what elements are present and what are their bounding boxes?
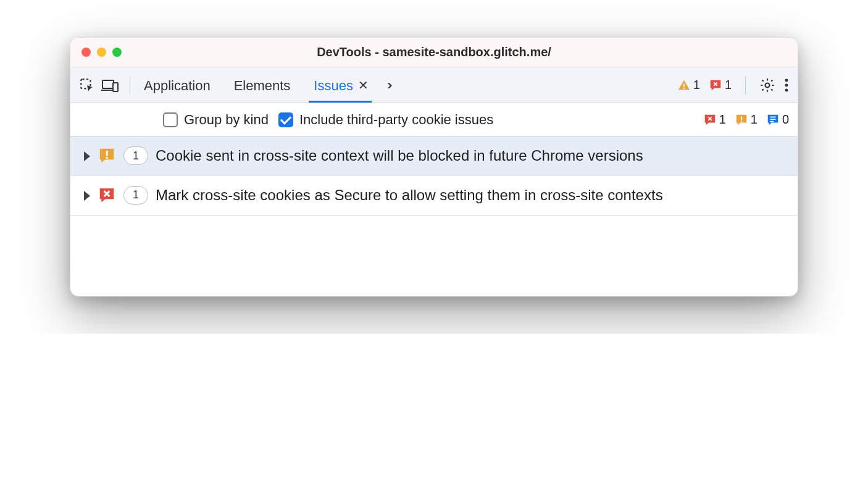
separator [745,76,746,95]
header-warning-value: 1 [693,78,700,92]
tab-elements[interactable]: Elements [232,69,293,101]
panel-tabs: Application Elements Issues ✕ ›› [141,69,671,101]
tab-application[interactable]: Application [141,69,213,101]
maximize-window-button[interactable] [112,48,122,57]
devtools-window: DevTools - samesite-sandbox.glitch.me/ A… [70,37,798,297]
svg-point-9 [785,88,788,91]
svg-rect-5 [683,88,685,89]
issue-title: Cookie sent in cross-site context will b… [156,145,643,167]
empty-space [70,216,798,296]
svg-rect-4 [683,83,685,87]
svg-rect-11 [741,120,742,122]
warning-speech-icon [98,146,116,165]
svg-rect-15 [106,151,108,156]
checkbox-checked-icon [278,112,293,127]
issues-filter-bar: Group by kind Include third-party cookie… [70,103,798,137]
errors-count-value: 1 [719,112,726,127]
header-warning-count[interactable]: 1 [677,78,700,92]
header-error-value: 1 [725,78,732,92]
issue-row[interactable]: 1 Mark cross-site cookies as Secure to a… [70,176,798,216]
tab-issues[interactable]: Issues [311,69,356,101]
svg-point-7 [785,78,788,82]
errors-count[interactable]: 1 [703,112,726,127]
inspect-element-icon[interactable] [79,77,95,93]
svg-point-6 [766,83,770,87]
svg-point-8 [785,83,788,87]
group-by-kind-label: Group by kind [184,112,269,128]
svg-rect-1 [102,80,114,88]
warnings-count-value: 1 [751,112,757,127]
checkbox-icon [163,112,178,127]
close-tab-icon[interactable]: ✕ [358,78,369,93]
main-toolbar: Application Elements Issues ✕ ›› 1 1 [70,67,798,103]
window-controls [70,48,122,57]
issue-count-badge: 1 [123,146,148,165]
separator [130,76,130,95]
issue-title: Mark cross-site cookies as Secure to all… [156,185,663,206]
svg-rect-3 [113,83,118,91]
include-third-party-label: Include third-party cookie issues [299,112,493,128]
toolbar-right: 1 1 [677,76,789,95]
error-speech-icon [98,186,116,205]
include-third-party-checkbox[interactable]: Include third-party cookie issues [278,112,493,128]
svg-rect-16 [106,157,108,159]
issues-list: 1 Cookie sent in cross-site context will… [70,137,798,216]
close-window-button[interactable] [81,48,91,57]
warnings-count[interactable]: 1 [735,112,757,127]
svg-rect-10 [741,116,742,120]
info-count-value: 0 [782,112,789,127]
settings-icon[interactable] [759,77,775,93]
titlebar: DevTools - samesite-sandbox.glitch.me/ [70,38,798,67]
kebab-menu-icon[interactable] [784,78,789,93]
device-toolbar-icon[interactable] [101,78,119,93]
issue-row[interactable]: 1 Cookie sent in cross-site context will… [70,137,798,176]
expand-icon[interactable] [84,151,90,161]
more-tabs-icon[interactable]: ›› [387,77,389,93]
minimize-window-button[interactable] [97,48,106,57]
info-count[interactable]: 0 [766,112,789,127]
expand-icon[interactable] [84,191,90,201]
group-by-kind-checkbox[interactable]: Group by kind [163,112,269,128]
header-error-count[interactable]: 1 [709,78,732,92]
issue-count-badge: 1 [123,186,148,205]
issues-severity-counts: 1 1 0 [695,112,789,128]
window-title: DevTools - samesite-sandbox.glitch.me/ [70,45,798,59]
